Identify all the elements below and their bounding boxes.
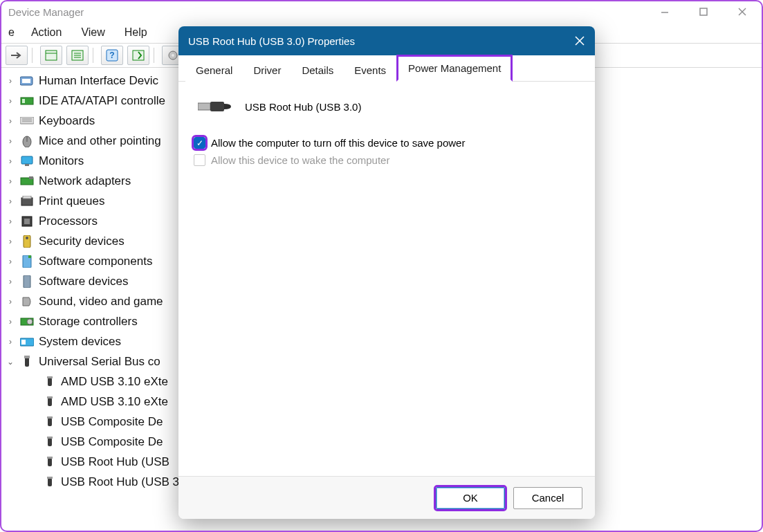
maximize-button[interactable] [691, 3, 716, 21]
chevron-right-icon[interactable]: › [6, 76, 15, 86]
tree-node-label: USB Composite De [61, 435, 163, 449]
checkbox-wake-computer: Allow this device to wake the computer [194, 154, 580, 166]
close-button[interactable] [730, 3, 755, 21]
checkbox-icon [194, 154, 205, 166]
chevron-right-icon[interactable]: › [6, 337, 15, 347]
usb-device-icon [43, 376, 57, 388]
cancel-button[interactable]: Cancel [513, 487, 582, 509]
svg-rect-52 [47, 457, 53, 459]
svg-rect-4 [46, 51, 57, 60]
menu-help[interactable]: Help [115, 25, 157, 40]
device-category-icon [19, 255, 35, 268]
ok-button[interactable]: OK [436, 487, 505, 509]
svg-rect-49 [48, 438, 52, 446]
svg-rect-42 [24, 356, 30, 358]
tree-node-label: System devices [39, 335, 121, 349]
svg-rect-53 [48, 478, 52, 486]
menu-view[interactable]: View [71, 25, 114, 40]
svg-rect-40 [21, 340, 26, 345]
device-category-icon [19, 336, 35, 348]
tab-events[interactable]: Events [344, 58, 396, 82]
tab-driver[interactable]: Driver [243, 58, 291, 82]
usb-device-icon [43, 436, 57, 448]
chevron-right-icon[interactable]: › [6, 217, 15, 226]
svg-point-14 [172, 54, 174, 57]
dialog-titlebar: USB Root Hub (USB 3.0) Properties [178, 26, 595, 55]
checkbox-label: Allow the computer to turn off this devi… [211, 137, 465, 149]
checkbox-icon[interactable]: ✓ [194, 137, 205, 149]
tree-node-label: Mice and other pointing [39, 134, 161, 148]
usb-controller-icon [19, 356, 35, 368]
window-title: Device Manager [8, 6, 84, 18]
chevron-right-icon[interactable]: › [6, 277, 15, 286]
tree-node-label: Sound, video and game [39, 295, 163, 309]
device-category-icon [19, 295, 35, 308]
svg-rect-43 [48, 378, 52, 386]
tree-node-label: Storage controllers [39, 315, 138, 329]
tree-node-label: Print queues [39, 194, 104, 208]
tree-node-label: Processors [39, 214, 98, 228]
chevron-right-icon[interactable]: › [6, 116, 15, 126]
tree-node-label: USB Root Hub (USB 3.0) [61, 475, 193, 489]
chevron-right-icon[interactable]: › [6, 136, 15, 146]
svg-rect-35 [28, 255, 31, 258]
chevron-right-icon[interactable]: › [6, 257, 15, 266]
svg-rect-47 [48, 418, 52, 426]
tab-general[interactable]: General [185, 58, 243, 82]
tree-node-label: Universal Serial Bus co [39, 355, 160, 369]
tree-node-label: Security devices [39, 235, 125, 248]
chevron-right-icon[interactable]: › [6, 156, 15, 166]
svg-rect-50 [47, 437, 53, 439]
scan-hardware-icon[interactable] [127, 46, 149, 65]
device-category-icon [19, 135, 35, 147]
tree-node-label: AMD USB 3.10 eXte [61, 395, 168, 409]
tab-details[interactable]: Details [291, 58, 344, 82]
svg-rect-58 [210, 102, 224, 111]
usb-device-icon [43, 456, 57, 468]
chevron-right-icon[interactable]: › [6, 297, 15, 306]
svg-rect-29 [23, 196, 31, 199]
forward-icon[interactable] [6, 46, 28, 65]
svg-rect-25 [25, 164, 29, 166]
tree-node-label: Monitors [39, 154, 84, 168]
svg-point-38 [27, 319, 33, 324]
chevron-right-icon[interactable]: › [6, 196, 15, 206]
close-icon[interactable] [574, 35, 585, 46]
svg-point-33 [26, 237, 28, 239]
svg-rect-54 [47, 477, 53, 479]
chevron-down-icon[interactable]: ⌄ [6, 357, 15, 367]
help-icon[interactable]: ? [101, 46, 123, 65]
device-category-icon [19, 95, 35, 107]
checkbox-turn-off-device[interactable]: ✓ Allow the computer to turn off this de… [194, 137, 580, 149]
svg-rect-16 [22, 79, 30, 83]
chevron-right-icon[interactable]: › [6, 317, 15, 327]
svg-rect-31 [24, 219, 30, 224]
device-category-icon [19, 275, 35, 288]
tree-node-label: USB Root Hub (USB [61, 455, 169, 469]
menu-file[interactable]: e [6, 25, 21, 40]
tree-node-label: IDE ATA/ATAPI controlle [39, 94, 165, 108]
details-icon[interactable] [66, 46, 89, 65]
device-category-icon [19, 155, 35, 167]
usb-device-icon [43, 416, 57, 428]
chevron-right-icon[interactable]: › [6, 96, 15, 106]
chevron-right-icon[interactable]: › [6, 176, 15, 186]
properties-icon[interactable] [40, 46, 62, 65]
menu-action[interactable]: Action [21, 25, 71, 40]
svg-rect-18 [22, 99, 25, 103]
checkbox-label: Allow this device to wake the computer [211, 154, 389, 166]
svg-rect-51 [48, 458, 52, 466]
device-category-icon [19, 195, 35, 208]
device-category-icon [19, 115, 35, 127]
svg-rect-1 [700, 8, 707, 15]
chevron-right-icon[interactable]: › [6, 237, 15, 246]
tree-node-label: AMD USB 3.10 eXte [61, 375, 168, 389]
dialog-tabs: General Driver Details Events Power Mana… [178, 55, 595, 82]
device-category-icon [19, 235, 35, 248]
svg-rect-24 [21, 156, 33, 164]
minimize-button[interactable] [652, 3, 677, 21]
tree-node-label: Network adapters [39, 174, 131, 188]
tab-power-management[interactable]: Power Management [396, 55, 513, 82]
device-category-icon [19, 75, 35, 87]
svg-rect-48 [47, 416, 53, 419]
